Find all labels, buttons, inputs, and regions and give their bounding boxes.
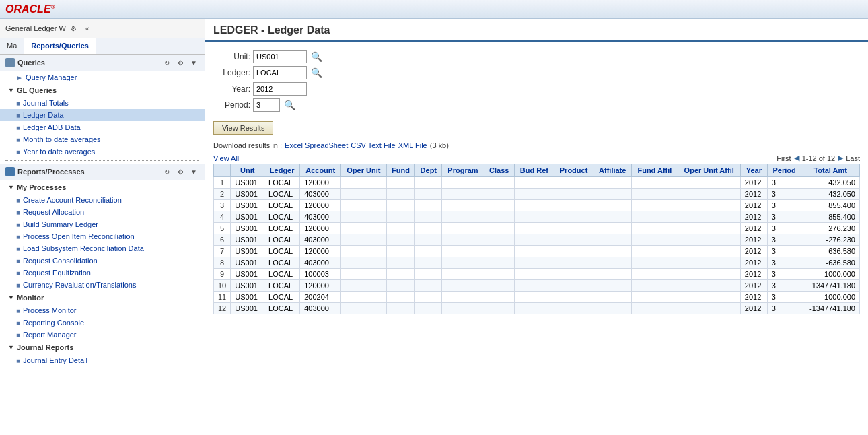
cell-1-7[interactable] [442,189,484,200]
cell-11-9[interactable] [514,303,554,314]
cell-5-10[interactable] [554,234,593,246]
cell-0-14[interactable]: 2012 [740,177,767,189]
cell-2-5[interactable] [386,200,415,211]
nav-report-manager[interactable]: ■ Report Manager [0,329,205,341]
cell-2-16[interactable]: 855.400 [801,200,860,211]
cell-11-16[interactable]: -1347741.180 [801,303,860,314]
reports-section-header[interactable]: Reports/Processes ↻ ⚙ ▼ [0,164,205,180]
cell-4-11[interactable] [593,223,632,234]
cell-11-15[interactable]: 3 [767,303,801,314]
nav-journal-totals[interactable]: ■ Journal Totals [0,97,205,109]
nav-request-equitization[interactable]: ■ Request Equitization [0,267,205,279]
cell-1-8[interactable] [484,189,514,200]
cell-8-16[interactable]: 1000.000 [801,269,860,280]
cell-3-7[interactable] [442,211,484,223]
cell-1-10[interactable] [554,189,593,200]
cell-5-5[interactable] [386,234,415,246]
ledger-search-icon[interactable]: 🔍 [311,67,322,78]
cell-4-6[interactable] [415,223,442,234]
cell-3-14[interactable]: 2012 [740,211,767,223]
queries-arrow-icon[interactable]: ▼ [188,57,199,68]
nav-group-journal-reports[interactable]: ▼ Journal Reports [0,341,205,354]
col-total-amt[interactable]: Total Amt [801,164,860,177]
cell-7-15[interactable]: 3 [767,257,801,269]
cell-3-16[interactable]: -855.400 [801,211,860,223]
nav-process-open-item[interactable]: ■ Process Open Item Reconciliation [0,230,205,242]
cell-7-2[interactable]: LOCAL [264,257,300,269]
cell-11-10[interactable] [554,303,593,314]
cell-10-6[interactable] [415,292,442,303]
queries-settings-icon[interactable]: ⚙ [175,57,186,68]
tab-reports-queries[interactable]: Reports/Queries [24,38,96,54]
cell-6-10[interactable] [554,246,593,257]
nav-group-gl-queries[interactable]: ▼ GL Queries [0,83,205,97]
nav-month-averages[interactable]: ■ Month to date averages [0,133,205,145]
cell-3-13[interactable] [678,211,740,223]
cell-9-10[interactable] [554,280,593,292]
cell-0-5[interactable] [386,177,415,189]
cell-10-9[interactable] [514,292,554,303]
cell-11-11[interactable] [593,303,632,314]
nav-request-allocation[interactable]: ■ Request Allocation [0,206,205,218]
view-results-button[interactable]: View Results [213,121,273,135]
cell-8-5[interactable] [386,269,415,280]
cell-5-2[interactable]: LOCAL [264,234,300,246]
cell-6-16[interactable]: 636.580 [801,246,860,257]
cell-6-11[interactable] [593,246,632,257]
col-year[interactable]: Year [740,164,767,177]
cell-2-7[interactable] [442,200,484,211]
cell-6-12[interactable] [632,246,678,257]
cell-4-10[interactable] [554,223,593,234]
period-input[interactable] [253,98,280,112]
cell-2-11[interactable] [593,200,632,211]
cell-3-15[interactable]: 3 [767,211,801,223]
cell-3-12[interactable] [632,211,678,223]
cell-3-10[interactable] [554,211,593,223]
cell-9-6[interactable] [415,280,442,292]
cell-7-14[interactable]: 2012 [740,257,767,269]
cell-6-14[interactable]: 2012 [740,246,767,257]
cell-4-13[interactable] [678,223,740,234]
unit-input[interactable] [253,50,307,63]
reports-refresh-icon[interactable]: ↻ [161,166,172,177]
cell-6-5[interactable] [386,246,415,257]
cell-9-14[interactable]: 2012 [740,280,767,292]
cell-7-3[interactable]: 403000 [300,257,341,269]
cell-6-3[interactable]: 120000 [300,246,341,257]
cell-11-12[interactable] [632,303,678,314]
col-product[interactable]: Product [554,164,593,177]
cell-2-2[interactable]: LOCAL [264,200,300,211]
cell-9-1[interactable]: US001 [231,280,264,292]
cell-8-8[interactable] [484,269,514,280]
cell-3-2[interactable]: LOCAL [264,211,300,223]
reports-arrow-icon[interactable]: ▼ [188,166,199,177]
xml-link[interactable]: XML File [398,141,427,149]
cell-5-16[interactable]: -276.230 [801,234,860,246]
nav-ledger-data[interactable]: ■ Ledger Data [0,109,205,121]
col-oper-unit-affil[interactable]: Oper Unit Affil [678,164,740,177]
cell-2-14[interactable]: 2012 [740,200,767,211]
cell-8-10[interactable] [554,269,593,280]
next-page-btn[interactable]: ▶ [838,154,843,162]
cell-0-6[interactable] [415,177,442,189]
cell-9-13[interactable] [678,280,740,292]
cell-2-3[interactable]: 120000 [300,200,341,211]
cell-5-13[interactable] [678,234,740,246]
cell-8-6[interactable] [415,269,442,280]
cell-7-9[interactable] [514,257,554,269]
cell-4-9[interactable] [514,223,554,234]
cell-2-12[interactable] [632,200,678,211]
col-affiliate[interactable]: Affiliate [593,164,632,177]
cell-7-13[interactable] [678,257,740,269]
cell-5-1[interactable]: US001 [231,234,264,246]
cell-7-12[interactable] [632,257,678,269]
cell-3-6[interactable] [415,211,442,223]
cell-1-16[interactable]: -432.050 [801,189,860,200]
cell-2-8[interactable] [484,200,514,211]
cell-8-12[interactable] [632,269,678,280]
cell-0-13[interactable] [678,177,740,189]
cell-2-4[interactable] [341,200,386,211]
view-all-link[interactable]: View All [213,154,239,162]
cell-3-1[interactable]: US001 [231,211,264,223]
cell-10-4[interactable] [341,292,386,303]
